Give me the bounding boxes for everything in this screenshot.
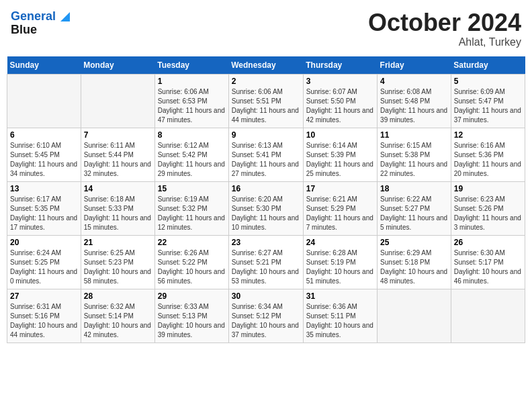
day-info: Sunrise: 6:06 AM Sunset: 5:51 PM Dayligh… [232, 87, 300, 125]
calendar-day-cell: 5Sunrise: 6:09 AM Sunset: 5:47 PM Daylig… [451, 74, 525, 128]
day-info: Sunrise: 6:15 AM Sunset: 5:38 PM Dayligh… [380, 141, 448, 179]
weekday-header: Tuesday [154, 56, 228, 75]
day-number: 9 [232, 130, 300, 140]
day-info: Sunrise: 6:07 AM Sunset: 5:50 PM Dayligh… [306, 87, 374, 125]
day-info: Sunrise: 6:10 AM Sunset: 5:45 PM Dayligh… [10, 141, 78, 179]
calendar-day-cell: 17Sunrise: 6:21 AM Sunset: 5:29 PM Dayli… [303, 181, 377, 235]
day-number: 6 [10, 130, 78, 140]
calendar-day-cell: 22Sunrise: 6:26 AM Sunset: 5:22 PM Dayli… [154, 235, 228, 289]
day-info: Sunrise: 6:13 AM Sunset: 5:41 PM Dayligh… [232, 141, 300, 179]
day-info: Sunrise: 6:20 AM Sunset: 5:30 PM Dayligh… [232, 195, 300, 232]
calendar-day-cell: 31Sunrise: 6:36 AM Sunset: 5:11 PM Dayli… [303, 289, 377, 342]
day-info: Sunrise: 6:31 AM Sunset: 5:16 PM Dayligh… [10, 302, 78, 340]
day-info: Sunrise: 6:32 AM Sunset: 5:14 PM Dayligh… [84, 302, 152, 340]
calendar-week-row: 20Sunrise: 6:24 AM Sunset: 5:25 PM Dayli… [7, 235, 525, 289]
calendar-day-cell [378, 289, 451, 342]
calendar-day-cell: 21Sunrise: 6:25 AM Sunset: 5:23 PM Dayli… [81, 235, 154, 289]
calendar-day-cell: 9Sunrise: 6:13 AM Sunset: 5:41 PM Daylig… [228, 128, 303, 181]
calendar-week-row: 27Sunrise: 6:31 AM Sunset: 5:16 PM Dayli… [7, 289, 525, 342]
day-info: Sunrise: 6:08 AM Sunset: 5:48 PM Dayligh… [380, 87, 448, 125]
day-info: Sunrise: 6:14 AM Sunset: 5:39 PM Dayligh… [306, 141, 374, 179]
day-number: 10 [306, 130, 374, 140]
calendar-day-cell: 8Sunrise: 6:12 AM Sunset: 5:42 PM Daylig… [154, 128, 228, 181]
day-info: Sunrise: 6:21 AM Sunset: 5:29 PM Dayligh… [306, 195, 374, 232]
day-number: 3 [306, 77, 374, 86]
calendar-day-cell: 7Sunrise: 6:11 AM Sunset: 5:44 PM Daylig… [81, 128, 154, 181]
day-number: 22 [158, 238, 226, 247]
calendar-day-cell: 27Sunrise: 6:31 AM Sunset: 5:16 PM Dayli… [7, 289, 81, 342]
calendar-week-row: 13Sunrise: 6:17 AM Sunset: 5:35 PM Dayli… [7, 181, 525, 235]
day-number: 28 [84, 291, 152, 301]
day-info: Sunrise: 6:22 AM Sunset: 5:27 PM Dayligh… [380, 195, 448, 232]
calendar-week-row: 6Sunrise: 6:10 AM Sunset: 5:45 PM Daylig… [7, 128, 525, 181]
calendar-day-cell: 10Sunrise: 6:14 AM Sunset: 5:39 PM Dayli… [303, 128, 377, 181]
calendar-day-cell: 3Sunrise: 6:07 AM Sunset: 5:50 PM Daylig… [303, 74, 377, 128]
day-info: Sunrise: 6:12 AM Sunset: 5:42 PM Dayligh… [158, 141, 226, 179]
day-number: 30 [232, 291, 300, 301]
day-number: 15 [158, 184, 226, 193]
calendar-day-cell: 18Sunrise: 6:22 AM Sunset: 5:27 PM Dayli… [378, 181, 451, 235]
logo-subtext: Blue [11, 23, 70, 37]
svg-marker-0 [60, 12, 70, 21]
day-number: 31 [306, 291, 374, 301]
calendar-day-cell: 23Sunrise: 6:27 AM Sunset: 5:21 PM Dayli… [228, 235, 303, 289]
weekday-header: Wednesday [228, 56, 303, 75]
logo-text: General [11, 9, 70, 24]
weekday-header: Saturday [451, 56, 525, 75]
calendar-day-cell: 11Sunrise: 6:15 AM Sunset: 5:38 PM Dayli… [378, 128, 451, 181]
day-number: 18 [380, 184, 448, 193]
day-info: Sunrise: 6:29 AM Sunset: 5:18 PM Dayligh… [380, 248, 448, 286]
day-number: 14 [84, 184, 152, 193]
calendar-day-cell: 2Sunrise: 6:06 AM Sunset: 5:51 PM Daylig… [228, 74, 303, 128]
day-info: Sunrise: 6:26 AM Sunset: 5:22 PM Dayligh… [158, 248, 226, 286]
calendar-day-cell: 13Sunrise: 6:17 AM Sunset: 5:35 PM Dayli… [7, 181, 81, 235]
page-header: General Blue October 2024 Ahlat, Turkey [7, 7, 525, 51]
day-number: 5 [454, 77, 522, 86]
calendar-day-cell: 14Sunrise: 6:18 AM Sunset: 5:33 PM Dayli… [81, 181, 154, 235]
calendar-day-cell: 19Sunrise: 6:23 AM Sunset: 5:26 PM Dayli… [451, 181, 525, 235]
day-number: 16 [232, 184, 300, 193]
day-info: Sunrise: 6:18 AM Sunset: 5:33 PM Dayligh… [84, 195, 152, 232]
day-number: 21 [84, 238, 152, 247]
calendar-day-cell: 6Sunrise: 6:10 AM Sunset: 5:45 PM Daylig… [7, 128, 81, 181]
day-info: Sunrise: 6:17 AM Sunset: 5:35 PM Dayligh… [10, 195, 78, 232]
day-info: Sunrise: 6:28 AM Sunset: 5:19 PM Dayligh… [306, 248, 374, 286]
day-info: Sunrise: 6:11 AM Sunset: 5:44 PM Dayligh… [84, 141, 152, 179]
location-title: Ahlat, Turkey [368, 36, 521, 48]
day-info: Sunrise: 6:19 AM Sunset: 5:32 PM Dayligh… [158, 195, 226, 232]
calendar-day-cell [451, 289, 525, 342]
calendar-day-cell: 28Sunrise: 6:32 AM Sunset: 5:14 PM Dayli… [81, 289, 154, 342]
day-info: Sunrise: 6:34 AM Sunset: 5:12 PM Dayligh… [232, 302, 300, 340]
day-info: Sunrise: 6:27 AM Sunset: 5:21 PM Dayligh… [232, 248, 300, 286]
day-number: 12 [454, 130, 522, 140]
calendar-day-cell: 16Sunrise: 6:20 AM Sunset: 5:30 PM Dayli… [228, 181, 303, 235]
day-info: Sunrise: 6:30 AM Sunset: 5:17 PM Dayligh… [454, 248, 522, 286]
calendar-day-cell: 30Sunrise: 6:34 AM Sunset: 5:12 PM Dayli… [228, 289, 303, 342]
day-number: 2 [232, 77, 300, 86]
weekday-header: Sunday [7, 56, 81, 75]
day-number: 29 [158, 291, 226, 301]
calendar-day-cell [81, 74, 154, 128]
calendar-day-cell: 12Sunrise: 6:16 AM Sunset: 5:36 PM Dayli… [451, 128, 525, 181]
day-info: Sunrise: 6:09 AM Sunset: 5:47 PM Dayligh… [454, 87, 522, 125]
day-number: 4 [380, 77, 448, 86]
day-info: Sunrise: 6:16 AM Sunset: 5:36 PM Dayligh… [454, 141, 522, 179]
calendar-day-cell: 20Sunrise: 6:24 AM Sunset: 5:25 PM Dayli… [7, 235, 81, 289]
day-number: 11 [380, 130, 448, 140]
weekday-header: Thursday [303, 56, 377, 75]
weekday-header: Friday [378, 56, 451, 75]
day-number: 19 [454, 184, 522, 193]
calendar-week-row: 1Sunrise: 6:06 AM Sunset: 6:53 PM Daylig… [7, 74, 525, 128]
day-number: 8 [158, 130, 226, 140]
day-info: Sunrise: 6:33 AM Sunset: 5:13 PM Dayligh… [158, 302, 226, 340]
day-number: 20 [10, 238, 78, 247]
day-info: Sunrise: 6:06 AM Sunset: 6:53 PM Dayligh… [158, 87, 226, 125]
day-number: 1 [158, 77, 226, 86]
day-info: Sunrise: 6:24 AM Sunset: 5:25 PM Dayligh… [10, 248, 78, 286]
day-info: Sunrise: 6:36 AM Sunset: 5:11 PM Dayligh… [306, 302, 374, 340]
day-number: 23 [232, 238, 300, 247]
calendar-header-row: SundayMondayTuesdayWednesdayThursdayFrid… [7, 56, 525, 75]
day-number: 7 [84, 130, 152, 140]
calendar-day-cell: 4Sunrise: 6:08 AM Sunset: 5:48 PM Daylig… [378, 74, 451, 128]
day-info: Sunrise: 6:23 AM Sunset: 5:26 PM Dayligh… [454, 195, 522, 232]
